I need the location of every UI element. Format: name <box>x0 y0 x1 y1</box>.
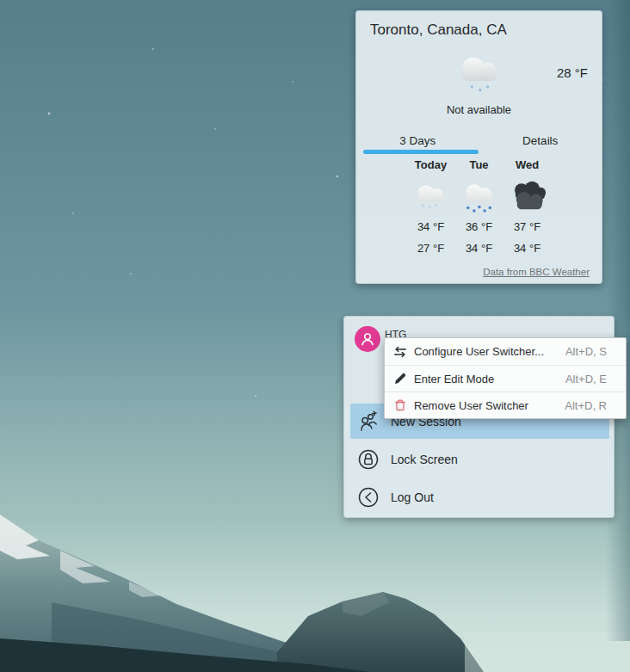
weather-tab-bar: 3 Days Details <box>356 131 602 151</box>
forecast-low-temp: 34 °F <box>455 242 503 255</box>
menu-item-shortcut: Alt+D, R <box>565 399 607 412</box>
menu-item-shortcut: Alt+D, S <box>565 345 607 358</box>
menu-item-label: Remove User Switcher <box>414 399 565 412</box>
dark-clouds-icon <box>509 180 547 216</box>
snow-showers-cloud-icon <box>461 180 497 216</box>
menu-item-remove[interactable]: Remove User Switcher Alt+D, R <box>385 391 626 418</box>
user-avatar[interactable] <box>355 326 380 352</box>
current-temperature: 28 °F <box>557 65 588 80</box>
current-conditions-snow-icon <box>455 51 503 97</box>
forecast-column-wed: Wed 37 °F 34 °F <box>503 158 552 255</box>
edit-pencil-icon <box>393 372 407 385</box>
forecast-low-temp: 34 °F <box>503 242 552 255</box>
active-tab-indicator <box>363 150 479 154</box>
forecast-grid: Today 34 °F 27 °F Tue <box>356 158 602 255</box>
forecast-day-label: Wed <box>503 158 552 176</box>
weather-location-title: Toronto, Canada, CA <box>370 22 507 39</box>
menu-item-edit-mode[interactable]: Enter Edit Mode Alt+D, E <box>385 365 626 391</box>
forecast-day-label: Tue <box>455 158 503 176</box>
menu-item-label: Configure User Switcher... <box>414 345 565 358</box>
forecast-high-temp: 36 °F <box>455 220 503 233</box>
log-out-label: Log Out <box>391 490 434 504</box>
lock-icon <box>357 448 380 471</box>
context-menu: Configure User Switcher... Alt+D, S Ente… <box>384 337 627 419</box>
tab-details[interactable]: Details <box>479 131 602 151</box>
current-condition-label: Not available <box>356 103 602 116</box>
tab-3-days[interactable]: 3 Days <box>356 131 479 151</box>
menu-item-shortcut: Alt+D, E <box>565 373 607 385</box>
forecast-low-temp: 27 °F <box>407 242 455 255</box>
trash-icon <box>393 398 407 412</box>
forecast-high-temp: 34 °F <box>407 220 455 233</box>
light-snow-cloud-icon <box>413 180 449 216</box>
log-out-item[interactable]: Log Out <box>350 479 609 515</box>
configure-icon <box>393 345 407 359</box>
menu-item-label: Enter Edit Mode <box>414 373 565 385</box>
menu-item-configure[interactable]: Configure User Switcher... Alt+D, S <box>385 338 626 365</box>
forecast-day-label: Today <box>407 158 455 176</box>
forecast-column-tue: Tue 36 °F 34 °F <box>455 158 503 255</box>
lock-screen-item[interactable]: Lock Screen <box>350 441 609 477</box>
attribution-link[interactable]: Data from BBC Weather <box>483 267 590 277</box>
forecast-column-today: Today 34 °F 27 °F <box>407 158 455 255</box>
log-out-icon <box>357 486 380 509</box>
forecast-high-temp: 37 °F <box>503 220 552 233</box>
lock-screen-label: Lock Screen <box>391 453 458 466</box>
user-icon <box>358 330 377 348</box>
new-session-icon <box>357 410 380 433</box>
weather-widget: Toronto, Canada, CA 28 °F Not available … <box>355 10 602 284</box>
